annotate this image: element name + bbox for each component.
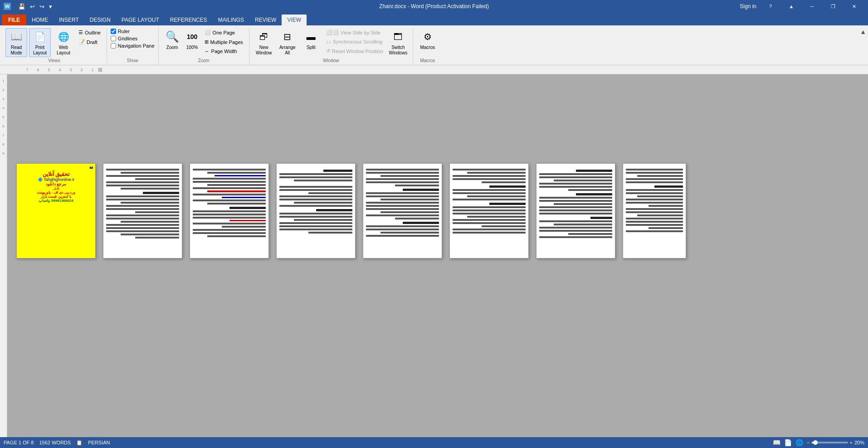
views-group-content: 📖 Read Mode 📄 Print Layout 🌐 Web Layout … [5,27,103,57]
page-2-content [103,164,182,258]
page-4[interactable] [276,163,356,258]
zoom-out-button[interactable]: − [807,440,809,445]
tab-file[interactable]: FILE [2,15,26,25]
page-3-content [190,164,268,258]
macros-button[interactable]: ⚙ Macros [417,28,439,52]
text-line [279,176,352,178]
text-line [279,213,352,214]
customize-quick-access-button[interactable]: ▾ [47,2,54,11]
tab-home[interactable]: HOME [26,15,54,25]
spell-check-icon[interactable]: 📋 [76,440,83,446]
read-mode-button[interactable]: 📖 Read Mode [5,28,27,57]
page-6[interactable] [449,163,529,258]
text-line [482,181,526,183]
show-group: Ruler Gridlines Navigation Pane Show [107,27,159,65]
text-line [554,224,612,225]
text-line [207,203,266,205]
text-line [539,197,612,199]
text-line [626,202,683,204]
text-line [366,178,439,180]
print-layout-status-icon[interactable]: 📄 [784,439,792,446]
page-3[interactable] [190,163,269,258]
page-5[interactable] [363,163,442,258]
page-1[interactable]: 📷 تحقیق آنلاین Tahghighonline.ir 🔷 مرجع … [16,163,96,258]
split-button[interactable]: ▬ Split [300,28,322,52]
tab-view[interactable]: VIEW [282,15,307,25]
ruler-checkbox-row[interactable]: Ruler [111,28,155,34]
help-button[interactable]: ? [760,0,781,13]
restore-button[interactable]: ❐ [823,0,844,13]
page-2[interactable] [103,163,182,258]
undo-button[interactable]: ↩ [28,2,37,11]
arrange-all-button[interactable]: ⊟ Arrange All [277,28,298,57]
print-layout-button[interactable]: 📄 Print Layout [29,28,51,57]
pages-strip: 📷 تحقیق آنلاین Tahghighonline.ir 🔷 مرجع … [7,156,695,266]
ribbon-tab-bar: FILE HOME INSERT DESIGN PAGE LAYOUT REFE… [0,13,868,25]
switch-windows-button[interactable]: 🗔 Switch Windows [387,28,409,57]
text-line [366,181,439,183]
tab-review[interactable]: REVIEW [249,15,282,25]
outline-label: Outline [85,30,101,35]
zoom-slider[interactable] [812,442,848,443]
text-line [380,175,439,177]
close-button[interactable]: ✕ [844,0,864,13]
outline-button[interactable]: ☰ Outline [76,28,103,37]
ruler-mark-7: 7 [22,68,33,72]
collapse-ribbon-button[interactable]: ▲ [860,28,866,35]
spacer [279,183,352,185]
text-line [637,175,683,177]
tab-insert[interactable]: INSERT [54,15,84,25]
ruler-mark-3: 3 [65,68,76,72]
reset-window-icon: ↺ [326,48,330,54]
text-line [207,235,266,237]
gridlines-checkbox-row[interactable]: Gridlines [111,35,155,42]
new-window-button[interactable]: 🗗 New Window [253,28,275,57]
views-group-label: Views [5,57,103,65]
redo-button[interactable]: ↪ [38,2,46,11]
tab-references[interactable]: REFERENCES [165,15,213,25]
macros-group: ⚙ Macros Macros [413,27,442,65]
text-line [539,173,612,175]
reset-window-button[interactable]: ↺ Reset Window Position [324,47,385,55]
nav-pane-checkbox-row[interactable]: Navigation Pane [111,43,155,49]
read-mode-status-icon[interactable]: 📖 [773,439,780,446]
web-layout-status-icon[interactable]: 🌐 [795,439,803,446]
text-line [453,206,526,208]
text-line [539,213,612,214]
page-7[interactable] [536,163,615,258]
save-button[interactable]: 💾 [16,2,27,11]
language-indicator[interactable]: PERSIAN [88,440,110,445]
ruler-checkbox[interactable] [111,29,116,34]
one-page-button[interactable]: ⬜ One Page [202,28,245,37]
tab-mailings[interactable]: MAILINGS [213,15,249,25]
gridlines-checkbox[interactable] [111,36,116,41]
nav-pane-checkbox[interactable] [111,43,116,49]
text-colored-2 [229,220,266,221]
zoom-button[interactable]: 🔍 Zoom [162,28,182,52]
restore-ribbon-button[interactable]: ▲ [781,0,802,13]
sign-in-button[interactable]: Sign in [740,3,756,10]
tab-page-layout[interactable]: PAGE LAYOUT [116,15,165,25]
text-heading [654,185,683,188]
ad-formats: ورد-پی دی اف - پاورپوینت [37,190,75,195]
draft-button[interactable]: 📝 Draft [76,38,103,46]
show-group-content: Ruler Gridlines Navigation Pane [111,27,155,57]
zoom-in-button[interactable]: + [850,440,853,445]
page-width-button[interactable]: ↔ Page Width [202,47,245,55]
page-8[interactable] [623,163,686,258]
text-line [193,181,266,183]
minimize-button[interactable]: ─ [802,0,823,13]
tab-design[interactable]: DESIGN [84,15,116,25]
text-line [626,192,683,194]
page-info: PAGE 1 OF 8 [4,440,34,445]
v-ruler-3: 3 [2,94,4,103]
sync-scrolling-button[interactable]: ↕↕ Synchronous Scrolling [324,38,385,46]
text-line [106,218,179,219]
sync-scrolling-icon: ↕↕ [326,39,331,44]
text-line [106,175,179,177]
zoom-100-button[interactable]: 100 100% [184,28,200,52]
web-layout-button[interactable]: 🌐 Web Layout [53,28,74,57]
multiple-pages-button[interactable]: ⊞ Multiple Pages [202,38,245,46]
view-side-by-side-button[interactable]: ⬜⬜ View Side by Side [324,28,385,37]
text-line [135,178,179,180]
